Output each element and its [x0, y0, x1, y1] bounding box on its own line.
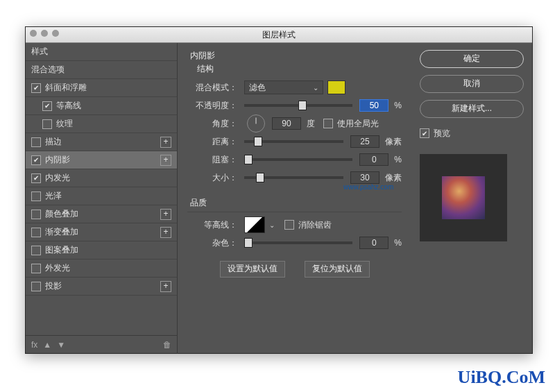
- checkbox-icon[interactable]: [31, 264, 41, 273]
- styles-sidebar: 样式 混合选项 斜面和浮雕 等高线 纹理 描边+ 内阴影+ 内发光 光泽 颜色叠…: [26, 43, 178, 354]
- noise-row: 杂色： 0 %: [187, 235, 402, 251]
- contour-label: 等高线：: [187, 219, 237, 231]
- angle-input[interactable]: 90: [272, 117, 301, 130]
- blend-mode-label: 混合模式：: [187, 82, 237, 94]
- close-icon[interactable]: [30, 30, 37, 37]
- reset-default-button[interactable]: 复位为默认值: [305, 261, 370, 278]
- distance-row: 距离： 25 像素: [187, 133, 402, 150]
- noise-unit: %: [394, 238, 402, 248]
- style-item-pattern-overlay[interactable]: 图案叠加: [26, 241, 177, 259]
- noise-input[interactable]: 0: [359, 237, 388, 249]
- checkbox-icon[interactable]: [31, 282, 41, 291]
- new-style-button[interactable]: 新建样式...: [420, 100, 524, 118]
- fx-icon[interactable]: fx: [31, 340, 37, 350]
- preview-label: 预览: [434, 128, 450, 139]
- sidebar-footer: fx ▲ ▼ 🗑: [26, 335, 177, 354]
- blend-mode-row: 混合模式： 滤色⌄: [187, 79, 402, 96]
- distance-unit: 像素: [385, 136, 402, 148]
- plus-icon[interactable]: +: [160, 281, 171, 292]
- arrow-down-icon[interactable]: ▼: [57, 340, 65, 350]
- chevron-down-icon: ⌄: [313, 84, 318, 92]
- checkbox-icon[interactable]: [42, 101, 52, 111]
- window-controls[interactable]: [30, 30, 59, 37]
- size-slider[interactable]: [244, 176, 343, 179]
- contour-row: 等高线： ⌄ 消除锯齿: [187, 216, 402, 233]
- style-item-gradient-overlay[interactable]: 渐变叠加+: [26, 223, 177, 241]
- right-panel: 确定 取消 新建样式... 预览: [411, 43, 532, 354]
- opacity-slider[interactable]: [244, 104, 352, 107]
- checkbox-icon[interactable]: [31, 173, 41, 183]
- quality-title: 品质: [190, 197, 402, 209]
- angle-row: 角度： 90 度 使用全局光: [187, 115, 402, 132]
- choke-unit: %: [394, 155, 402, 164]
- noise-label: 杂色：: [187, 237, 237, 249]
- antialias-checkbox[interactable]: [284, 220, 294, 230]
- checkbox-icon[interactable]: [31, 191, 41, 201]
- size-input[interactable]: 30: [350, 171, 379, 184]
- settings-panel: 内阴影 结构 混合模式： 滤色⌄ 不透明度： 50 % 角度： 90 度 使用全…: [178, 43, 411, 354]
- preview-checkbox[interactable]: [420, 128, 429, 138]
- titlebar[interactable]: 图层样式: [26, 27, 532, 43]
- preview-box: [420, 154, 507, 241]
- style-item-bevel[interactable]: 斜面和浮雕: [26, 79, 177, 97]
- plus-icon[interactable]: +: [160, 155, 171, 166]
- angle-dial[interactable]: [247, 114, 265, 133]
- checkbox-icon[interactable]: [31, 83, 41, 93]
- antialias-label: 消除锯齿: [298, 219, 332, 231]
- style-item-inner-glow[interactable]: 内发光: [26, 169, 177, 187]
- style-item-texture[interactable]: 纹理: [26, 115, 177, 133]
- opacity-unit: %: [394, 101, 402, 110]
- watermark: UiBQ.CoM: [458, 367, 545, 388]
- style-item-satin[interactable]: 光泽: [26, 187, 177, 205]
- chevron-down-icon[interactable]: ⌄: [269, 221, 275, 229]
- sidebar-header-blending[interactable]: 混合选项: [26, 61, 177, 79]
- style-item-outer-glow[interactable]: 外发光: [26, 259, 177, 278]
- choke-input[interactable]: 0: [359, 153, 388, 166]
- style-item-inner-shadow[interactable]: 内阴影+: [26, 151, 177, 169]
- checkbox-icon[interactable]: [31, 228, 41, 237]
- checkbox-icon[interactable]: [31, 210, 41, 219]
- cancel-button[interactable]: 取消: [420, 75, 524, 93]
- distance-label: 距离：: [187, 136, 237, 148]
- global-light-label: 使用全局光: [337, 118, 379, 130]
- noise-slider[interactable]: [244, 241, 352, 244]
- source-badge: www.psahz.com: [343, 183, 393, 191]
- set-default-button[interactable]: 设置为默认值: [220, 261, 285, 278]
- structure-title: 结构: [197, 63, 402, 75]
- layer-style-dialog: 图层样式 样式 混合选项 斜面和浮雕 等高线 纹理 描边+ 内阴影+ 内发光 光…: [25, 26, 533, 354]
- checkbox-icon[interactable]: [31, 137, 41, 147]
- blend-mode-select[interactable]: 滤色⌄: [244, 80, 323, 94]
- sidebar-header-styles[interactable]: 样式: [26, 43, 177, 61]
- contour-picker[interactable]: [244, 216, 265, 233]
- opacity-input[interactable]: 50: [359, 99, 388, 112]
- style-item-color-overlay[interactable]: 颜色叠加+: [26, 205, 177, 223]
- distance-slider[interactable]: [244, 140, 343, 143]
- choke-label: 阻塞：: [187, 154, 237, 166]
- ok-button[interactable]: 确定: [420, 50, 524, 68]
- opacity-row: 不透明度： 50 %: [187, 97, 402, 114]
- size-unit: 像素: [385, 172, 402, 184]
- distance-input[interactable]: 25: [350, 135, 379, 148]
- plus-icon[interactable]: +: [160, 227, 171, 238]
- choke-row: 阻塞： 0 %: [187, 151, 402, 168]
- global-light-checkbox[interactable]: [323, 119, 333, 128]
- arrow-up-icon[interactable]: ▲: [43, 340, 51, 350]
- plus-icon[interactable]: +: [160, 209, 171, 220]
- checkbox-icon[interactable]: [31, 155, 41, 165]
- style-item-stroke[interactable]: 描边+: [26, 133, 177, 151]
- style-item-contour[interactable]: 等高线: [26, 97, 177, 115]
- size-label: 大小：: [187, 172, 237, 184]
- plus-icon[interactable]: +: [160, 137, 171, 148]
- preview-image: [442, 176, 485, 219]
- trash-icon[interactable]: 🗑: [163, 340, 171, 350]
- choke-slider[interactable]: [244, 158, 352, 161]
- angle-label: 角度：: [187, 118, 237, 130]
- style-item-drop-shadow[interactable]: 投影+: [26, 278, 177, 296]
- checkbox-icon[interactable]: [42, 119, 52, 129]
- zoom-icon[interactable]: [52, 30, 59, 37]
- angle-unit: 度: [307, 118, 315, 130]
- opacity-label: 不透明度：: [187, 100, 237, 112]
- color-swatch[interactable]: [327, 80, 345, 94]
- checkbox-icon[interactable]: [31, 246, 41, 255]
- minimize-icon[interactable]: [41, 30, 48, 37]
